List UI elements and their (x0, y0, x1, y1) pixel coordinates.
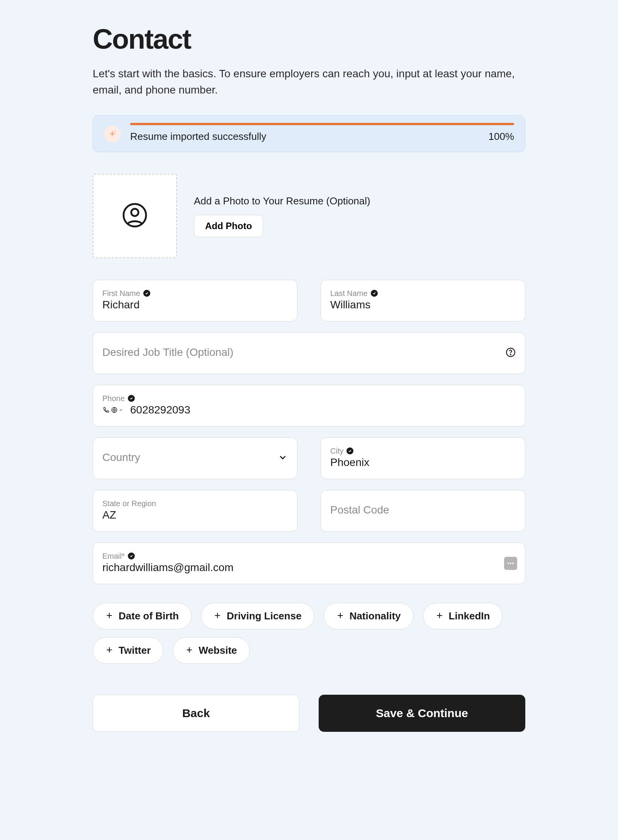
chip-label: LinkedIn (449, 610, 490, 622)
add-license-chip[interactable]: Driving License (201, 603, 314, 629)
globe-icon (111, 406, 118, 413)
progress-track (130, 123, 514, 125)
import-status-banner: Resume imported successfully 100% (93, 115, 525, 152)
state-value: AZ (102, 509, 288, 521)
sparkle-icon (104, 126, 121, 143)
chip-label: Website (199, 644, 237, 656)
check-icon (143, 290, 150, 297)
check-icon (128, 395, 135, 402)
svg-point-0 (114, 131, 116, 133)
chevron-down-icon (119, 408, 123, 412)
plus-icon (185, 644, 193, 656)
city-field[interactable]: City Phoenix (321, 437, 525, 479)
phone-value: 6028292093 (130, 404, 190, 416)
chip-label: Twitter (119, 644, 151, 656)
contact-form-container: Contact Let's start with the basics. To … (77, 0, 541, 747)
check-icon (346, 447, 353, 454)
first-name-label: First Name (102, 289, 140, 298)
city-label: City (330, 447, 343, 456)
svg-point-8 (512, 563, 514, 564)
status-percent: 100% (489, 131, 514, 143)
country-placeholder: Country (102, 451, 288, 464)
photo-dropzone[interactable] (93, 174, 177, 258)
chip-label: Nationality (350, 610, 401, 622)
plus-icon (105, 644, 113, 656)
state-field[interactable]: State or Region AZ (93, 490, 297, 532)
svg-point-6 (508, 563, 509, 564)
page-title: Contact (93, 23, 525, 55)
chip-label: Driving License (227, 610, 302, 622)
postal-field[interactable]: Postal Code (321, 490, 525, 532)
svg-point-4 (510, 354, 511, 355)
email-field[interactable]: Email* richardwilliams@gmail.com (93, 542, 525, 584)
plus-icon (336, 610, 344, 622)
check-icon (371, 290, 378, 297)
svg-point-7 (510, 563, 511, 564)
state-label: State or Region (102, 499, 156, 508)
add-website-chip[interactable]: Website (173, 637, 250, 664)
help-icon[interactable] (506, 347, 516, 359)
plus-icon (105, 610, 113, 622)
last-name-field[interactable]: Last Name Williams (321, 280, 525, 321)
progress-fill (130, 123, 514, 125)
email-label: Email* (102, 552, 125, 561)
chip-label: Date of Birth (119, 610, 179, 622)
plus-icon (436, 610, 443, 622)
first-name-value: Richard (102, 299, 288, 311)
last-name-label: Last Name (330, 289, 368, 298)
phone-field[interactable]: Phone 6028292093 (93, 385, 525, 427)
job-title-field[interactable]: Desired Job Title (Optional) (93, 332, 525, 374)
phone-label: Phone (102, 394, 125, 403)
photo-section-label: Add a Photo to Your Resume (Optional) (194, 195, 370, 207)
phone-country-selector[interactable] (102, 406, 123, 414)
plus-icon (214, 610, 221, 622)
add-twitter-chip[interactable]: Twitter (93, 637, 163, 664)
svg-point-2 (131, 209, 139, 216)
first-name-field[interactable]: First Name Richard (93, 280, 297, 321)
add-dob-chip[interactable]: Date of Birth (93, 603, 192, 629)
chevron-down-icon (278, 452, 288, 464)
add-nationality-chip[interactable]: Nationality (324, 603, 414, 629)
back-button[interactable]: Back (93, 695, 299, 732)
person-icon (121, 202, 148, 230)
add-linkedin-chip[interactable]: LinkedIn (423, 603, 503, 629)
save-continue-button[interactable]: Save & Continue (319, 695, 525, 732)
phone-icon (102, 406, 110, 414)
country-field[interactable]: Country (93, 437, 297, 479)
last-name-value: Williams (330, 299, 516, 311)
email-autofill-icon[interactable] (504, 557, 517, 570)
email-value: richardwilliams@gmail.com (102, 561, 516, 574)
job-title-placeholder: Desired Job Title (Optional) (102, 346, 516, 359)
city-value: Phoenix (330, 456, 516, 469)
status-message: Resume imported successfully (130, 131, 267, 143)
postal-placeholder: Postal Code (330, 504, 516, 516)
add-photo-button[interactable]: Add Photo (194, 215, 263, 237)
check-icon (128, 553, 135, 559)
page-subtitle: Let's start with the basics. To ensure e… (93, 66, 525, 98)
